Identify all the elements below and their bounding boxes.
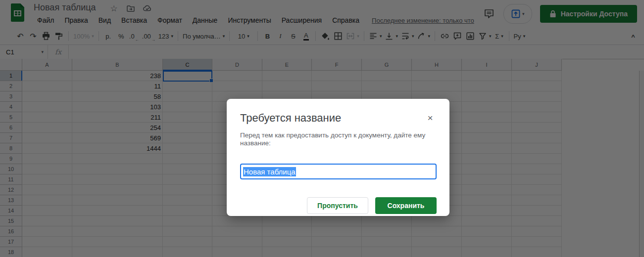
selected-input-text: Новая таблица (243, 167, 296, 176)
save-button[interactable]: Сохранить (375, 197, 437, 214)
name-required-dialog: Требуется название × Перед тем как предо… (227, 99, 449, 216)
dialog-title: Требуется название (240, 112, 437, 125)
skip-button[interactable]: Пропустить (307, 197, 368, 214)
document-name-input[interactable]: Новая таблица (240, 164, 437, 179)
close-icon[interactable]: × (425, 113, 436, 124)
dialog-body-text: Перед тем как предоставить доступ к доку… (240, 131, 437, 147)
